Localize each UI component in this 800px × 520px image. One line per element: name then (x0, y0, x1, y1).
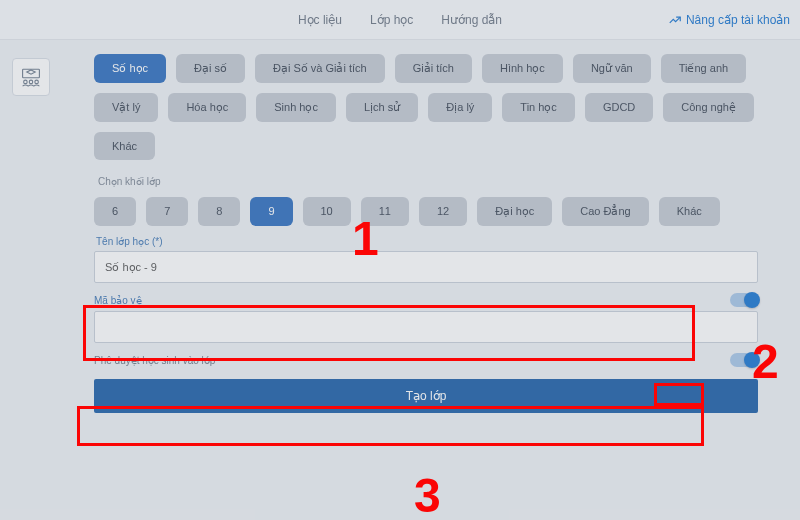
subject-pill-3[interactable]: Giải tích (395, 54, 472, 83)
nav-lop-hoc[interactable]: Lớp học (370, 13, 413, 27)
classroom-icon (17, 63, 45, 91)
approve-toggle[interactable] (730, 353, 758, 367)
subject-pill-0[interactable]: Số học (94, 54, 166, 83)
grade-pill-2[interactable]: 8 (198, 197, 240, 226)
subject-pill-6[interactable]: Tiếng anh (661, 54, 746, 83)
svg-point-3 (35, 80, 39, 84)
classname-input[interactable] (94, 251, 758, 283)
subject-pill-13[interactable]: GDCD (585, 93, 653, 122)
grade-pill-7[interactable]: Đại học (477, 197, 552, 226)
sidebar-class-icon[interactable] (12, 58, 50, 96)
grade-pill-4[interactable]: 10 (303, 197, 351, 226)
svg-point-2 (29, 80, 33, 84)
subject-pill-4[interactable]: Hình học (482, 54, 563, 83)
password-label: Mã bảo vệ (94, 295, 142, 306)
nav-huong-dan[interactable]: Hướng dẫn (441, 13, 502, 27)
subject-picker: Số họcĐại sốĐại Số và Giải tíchGiải tích… (94, 50, 766, 164)
grade-pill-9[interactable]: Khác (659, 197, 720, 226)
svg-point-1 (24, 80, 28, 84)
password-input[interactable] (94, 311, 758, 343)
subject-pill-11[interactable]: Địa lý (428, 93, 492, 122)
subject-pill-12[interactable]: Tin học (502, 93, 575, 122)
subject-pill-9[interactable]: Sinh học (256, 93, 336, 122)
grade-pill-6[interactable]: 12 (419, 197, 467, 226)
anno-num-3: 3 (414, 468, 441, 520)
upgrade-link[interactable]: Nâng cấp tài khoản (668, 13, 790, 27)
password-toggle[interactable] (730, 293, 758, 307)
grade-pill-1[interactable]: 7 (146, 197, 188, 226)
grade-picker: 6789101112Đại họcCao ĐẳngKhác (94, 193, 766, 230)
approve-label: Phê duyệt học sinh vào lớp (94, 355, 215, 366)
subject-pill-8[interactable]: Hóa học (168, 93, 246, 122)
nav-hoc-lieu[interactable]: Học liệu (298, 13, 342, 27)
grade-pill-3[interactable]: 9 (250, 197, 292, 226)
classname-label: Tên lớp học (*) (96, 236, 756, 247)
subject-pill-14[interactable]: Công nghệ (663, 93, 754, 122)
grade-pill-0[interactable]: 6 (94, 197, 136, 226)
grade-pill-5[interactable]: 11 (361, 197, 409, 226)
subject-pill-2[interactable]: Đại Số và Giải tích (255, 54, 385, 83)
grade-pill-8[interactable]: Cao Đẳng (562, 197, 648, 226)
subject-pill-15[interactable]: Khác (94, 132, 155, 160)
create-class-button[interactable]: Tạo lớp (94, 379, 758, 413)
subject-pill-7[interactable]: Vật lý (94, 93, 158, 122)
grade-section-label: Chọn khối lớp (94, 164, 766, 193)
subject-pill-1[interactable]: Đại số (176, 54, 245, 83)
subject-pill-10[interactable]: Lịch sử (346, 93, 418, 122)
subject-pill-5[interactable]: Ngữ văn (573, 54, 651, 83)
trend-icon (668, 13, 682, 27)
